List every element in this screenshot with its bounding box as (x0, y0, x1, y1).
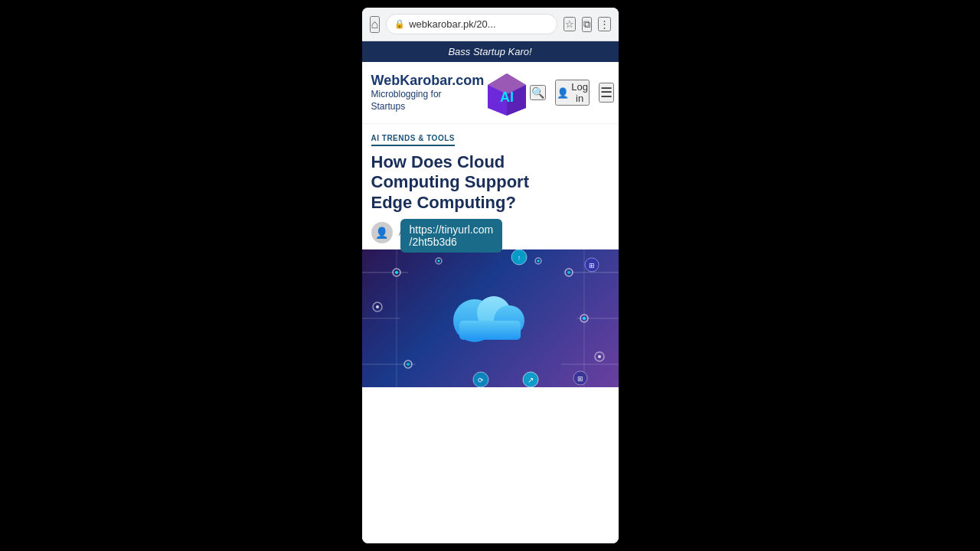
category-section: AI TRENDS & TOOLS (362, 124, 619, 146)
svg-point-28 (598, 355, 601, 358)
website-content: Bass Startup Karo! WebKarobar.com Microb… (362, 41, 619, 543)
tabs-button[interactable]: ⧉ (582, 17, 592, 32)
home-button[interactable]: ⌂ (370, 16, 381, 33)
top-banner: Bass Startup Karo! (362, 41, 619, 62)
hamburger-menu-button[interactable]: ☰ (599, 83, 614, 103)
site-header: WebKarobar.com Microblogging for Startup… (362, 62, 619, 124)
bookmark-button[interactable]: ☆ (564, 17, 576, 31)
header-nav: 🔍 👤 Log in ☰ (530, 80, 614, 106)
address-bar[interactable]: 🔒 webkarobar.pk/20... (386, 14, 557, 34)
url-tooltip[interactable]: https://tinyurl.com /2ht5b3d6 (400, 219, 503, 253)
lock-icon: 🔒 (394, 19, 405, 29)
cloud-svg (444, 286, 536, 347)
svg-point-26 (376, 305, 379, 308)
svg-text:⟳: ⟳ (478, 377, 484, 384)
ai-logo-svg: AI (484, 70, 530, 116)
author-tooltip-row: 👤 AU... https://tinyurl.com /2ht5b3d6 (362, 219, 619, 249)
svg-point-20 (567, 271, 570, 274)
svg-text:AI: AI (500, 90, 514, 105)
search-button[interactable]: 🔍 (530, 85, 546, 100)
url-tooltip-line1: https://tinyurl.com (410, 223, 494, 236)
svg-rect-42 (459, 321, 521, 340)
site-title[interactable]: WebKarobar.com (371, 73, 485, 89)
site-branding: WebKarobar.com Microblogging for Startup… (371, 73, 485, 112)
browser-chrome: ⌂ 🔒 webkarobar.pk/20... ☆ ⧉ ⋮ (362, 8, 619, 41)
site-tagline: Microblogging for Startups (371, 89, 485, 112)
url-tooltip-line2: /2ht5b3d6 (410, 236, 494, 248)
login-button[interactable]: 👤 Log in (555, 80, 590, 106)
hero-image: ↗ ⊞ ⟳ ↑ ⊞ (362, 249, 619, 387)
svg-point-24 (537, 260, 539, 262)
article-title-section: How Does Cloud Computing Support Edge Co… (362, 146, 619, 219)
svg-text:⊞: ⊞ (589, 262, 595, 269)
browser-actions: ☆ ⧉ ⋮ (564, 17, 611, 32)
phone-frame: ⌂ 🔒 webkarobar.pk/20... ☆ ⧉ ⋮ Bass Start… (362, 8, 619, 543)
svg-text:↗: ↗ (528, 376, 534, 384)
svg-point-18 (407, 363, 410, 366)
user-icon: 👤 (557, 87, 569, 99)
svg-point-22 (437, 260, 439, 262)
svg-text:↑: ↑ (517, 254, 521, 262)
svg-point-16 (583, 317, 586, 320)
more-menu-button[interactable]: ⋮ (598, 17, 611, 31)
login-label: Log in (571, 81, 588, 104)
article-title: How Does Cloud Computing Support Edge Co… (371, 152, 609, 213)
svg-text:⊞: ⊞ (577, 375, 583, 383)
category-tag[interactable]: AI TRENDS & TOOLS (371, 134, 455, 146)
ai-logo: AI (484, 70, 530, 116)
cloud-illustration (444, 286, 536, 350)
url-text: webkarobar.pk/20... (409, 18, 495, 30)
svg-point-14 (395, 271, 398, 274)
banner-text: Bass Startup Karo! (448, 46, 531, 57)
author-avatar: 👤 (371, 222, 393, 243)
